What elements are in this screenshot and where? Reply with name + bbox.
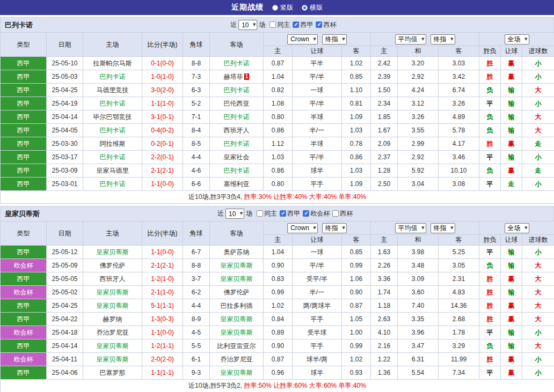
view-mode-vertical[interactable]: 竖版 bbox=[272, 3, 293, 12]
handicap-away-odds: 1.09 bbox=[342, 110, 371, 124]
home-team-cell: 皇家贝蒂斯 bbox=[83, 339, 142, 353]
handicap-away-odds: 0.87 bbox=[342, 299, 371, 313]
away-team[interactable]: 皇家贝蒂斯 bbox=[221, 275, 253, 283]
league-filter-checkbox[interactable]: 同主 bbox=[257, 209, 277, 218]
home-team[interactable]: 巴列卡诺 bbox=[100, 73, 126, 80]
col-header-goals: 进球数 bbox=[522, 235, 554, 246]
goals-result: 小 bbox=[522, 57, 554, 70]
league-filter-checkbox[interactable]: 西杯 bbox=[316, 20, 337, 29]
away-team[interactable]: 巴列卡诺 bbox=[224, 86, 250, 94]
odds-source-select[interactable]: Crown bbox=[287, 34, 318, 45]
avg-draw-odds: 3.60 bbox=[398, 286, 439, 299]
handicap-away-odds: 1.03 bbox=[342, 164, 371, 177]
average-stage-select[interactable]: 终指 bbox=[431, 34, 455, 45]
match-row: 欧会杯25-05-02皇家贝蒂斯2-1(1-0)6-2佛罗伦萨0.99半/一0.… bbox=[1, 286, 554, 299]
match-score: 0-1(0-0) bbox=[142, 57, 183, 70]
odds-source-select[interactable]: Crown bbox=[287, 223, 318, 233]
match-date: 25-04-14 bbox=[47, 110, 83, 124]
handicap-home-odds: 0.83 bbox=[264, 272, 293, 286]
home-team-cell: 乔治罗尼亚 bbox=[83, 326, 142, 339]
recent-count-select[interactable]: 10 bbox=[225, 209, 244, 219]
away-team: 塞维利亚 bbox=[224, 180, 250, 188]
away-team[interactable]: 巴列卡诺 bbox=[224, 140, 250, 147]
away-team[interactable]: 皇家贝蒂斯 bbox=[221, 262, 253, 269]
col-header-handicap-result: 让球 bbox=[501, 46, 522, 57]
home-team[interactable]: 巴列卡诺 bbox=[100, 153, 126, 161]
home-team[interactable]: 皇家贝蒂斯 bbox=[97, 342, 129, 350]
match-date: 25-04-14 bbox=[47, 339, 83, 353]
league-filter-checkbox[interactable]: 西杯 bbox=[332, 209, 353, 218]
league-filter-checkbox[interactable]: 西甲 bbox=[293, 20, 314, 29]
results-table: 类型 日期 主场 比分(半场) 角球 客场 Crown 终指 平均值 终指 bbox=[0, 32, 554, 204]
league-badge: 西甲 bbox=[1, 366, 47, 380]
average-stage-select[interactable]: 终指 bbox=[431, 223, 455, 233]
handicap-home-odds: 1.03 bbox=[264, 151, 293, 164]
match-result: 负 bbox=[479, 124, 501, 137]
away-team: 比利亚雷亚尔 bbox=[217, 342, 256, 350]
away-team: 奥萨苏纳 bbox=[224, 248, 250, 256]
handicap-line: 受平/半 bbox=[293, 272, 342, 286]
handicap-home-odds: 0.86 bbox=[264, 124, 293, 137]
match-date: 25-04-05 bbox=[47, 124, 83, 137]
match-row: 西甲25-05-10拉斯帕尔马斯0-1(0-0)8-8巴列卡诺0.87平半1.0… bbox=[1, 57, 554, 70]
avg-draw-odds: 3.09 bbox=[398, 272, 439, 286]
away-team: 佛罗伦萨 bbox=[224, 289, 250, 296]
home-team[interactable]: 巴列卡诺 bbox=[100, 127, 126, 134]
home-team[interactable]: 皇家贝蒂斯 bbox=[97, 356, 129, 363]
away-team[interactable]: 皇家贝蒂斯 bbox=[221, 329, 253, 336]
league-filter-checkbox[interactable]: 欧会杯 bbox=[303, 209, 330, 218]
handicap-odds-group: Crown 终指 bbox=[264, 221, 371, 235]
goals-result: 小 bbox=[522, 353, 554, 366]
match-result: 平 bbox=[479, 366, 501, 380]
odds-stage-select[interactable]: 终指 bbox=[322, 223, 347, 233]
handicap-away-odds: 0.93 bbox=[342, 366, 371, 380]
handicap-result: 赢 bbox=[501, 137, 522, 151]
recent-count-select[interactable]: 10 bbox=[238, 20, 257, 30]
away-team[interactable]: 巴列卡诺 bbox=[224, 167, 250, 174]
col-header-handicap-away: 客 bbox=[342, 46, 371, 57]
avg-away-odds: 5.78 bbox=[439, 124, 479, 137]
away-team[interactable]: 皇家贝蒂斯 bbox=[221, 315, 253, 323]
fullmatch-group: 全场 bbox=[479, 221, 554, 235]
home-team[interactable]: 皇家贝蒂斯 bbox=[97, 302, 129, 309]
away-team[interactable]: 巴列卡诺 bbox=[224, 113, 250, 121]
handicap-line: 平/半 bbox=[293, 97, 342, 110]
match-score: 2-1(1-0) bbox=[142, 286, 183, 299]
home-team[interactable]: 皇家贝蒂斯 bbox=[97, 289, 129, 296]
home-team-cell: 巴列卡诺 bbox=[83, 177, 142, 191]
away-team[interactable]: 皇家贝蒂斯 bbox=[221, 369, 253, 376]
average-select[interactable]: 平均值 bbox=[395, 223, 426, 233]
avg-home-odds: 4.10 bbox=[371, 326, 398, 339]
match-row: 西甲25-04-25皇家贝蒂斯5-1(1-1)4-4巴拉多利德1.02两/两球半… bbox=[1, 299, 554, 313]
league-filter-checkbox[interactable]: 同主 bbox=[270, 20, 290, 29]
away-team-cell: 乔治罗尼亚 bbox=[210, 353, 264, 366]
checkbox-label: 同主 bbox=[264, 209, 277, 218]
odds-stage-select[interactable]: 终指 bbox=[322, 34, 347, 45]
home-team[interactable]: 巴列卡诺 bbox=[100, 100, 126, 107]
handicap-result: 输 bbox=[501, 110, 522, 124]
goals-result: 大 bbox=[522, 286, 554, 299]
col-header-goals: 进球数 bbox=[522, 46, 554, 57]
fullmatch-select[interactable]: 全场 bbox=[505, 34, 529, 45]
handicap-away-odds: 0.85 bbox=[342, 246, 371, 259]
avg-away-odds: 14.36 bbox=[439, 299, 479, 313]
home-team-cell: 皇家贝蒂斯 bbox=[83, 299, 142, 313]
avg-draw-odds: 3.48 bbox=[398, 259, 439, 272]
view-mode-horizontal[interactable]: 横版 bbox=[302, 3, 323, 12]
home-team[interactable]: 皇家贝蒂斯 bbox=[97, 248, 129, 256]
league-filter-checkbox[interactable]: 西甲 bbox=[280, 209, 300, 218]
goals-result: 小 bbox=[522, 151, 554, 164]
avg-home-odds: 1.85 bbox=[371, 110, 398, 124]
col-header-handicap-result: 让球 bbox=[501, 235, 522, 246]
match-row: 欧会杯25-05-09佛罗伦萨2-1(2-1)8-8皇家贝蒂斯0.90平/半0.… bbox=[1, 259, 554, 272]
checkbox-unchecked-icon bbox=[257, 210, 263, 217]
fullmatch-select[interactable]: 全场 bbox=[505, 223, 529, 233]
league-badge: 西甲 bbox=[1, 124, 47, 137]
handicap-result: 输 bbox=[501, 151, 522, 164]
away-team[interactable]: 巴列卡诺 bbox=[224, 60, 250, 67]
average-select[interactable]: 平均值 bbox=[395, 34, 426, 45]
home-team[interactable]: 巴列卡诺 bbox=[100, 180, 126, 188]
handicap-line: 球半/两 bbox=[293, 353, 342, 366]
match-score: 2-0(2-0) bbox=[142, 353, 183, 366]
goals-result: 小 bbox=[522, 70, 554, 84]
